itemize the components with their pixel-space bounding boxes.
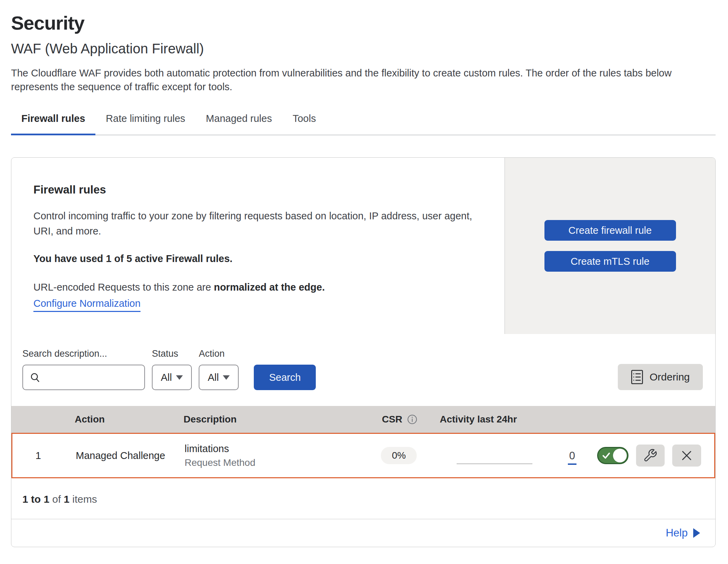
search-button[interactable]: Search [254, 365, 316, 390]
action-filter-group: Action All [199, 348, 239, 390]
pagination-total: 1 [64, 493, 70, 505]
help-link[interactable]: Help [666, 527, 701, 539]
rule-enabled-toggle[interactable] [597, 447, 628, 464]
card-footer: Help [11, 519, 715, 547]
check-icon [602, 451, 611, 460]
csr-badge: 0% [381, 447, 417, 464]
rule-priority: 1 [12, 450, 64, 461]
tab-managed-rules[interactable]: Managed rules [196, 109, 282, 135]
pagination-range: 1 to 1 [22, 493, 49, 505]
page-title: Security [11, 12, 716, 34]
rule-activity-cell: 0 [439, 434, 597, 477]
ordering-button[interactable]: Ordering [618, 364, 703, 390]
security-waf-page: Security WAF (Web Application Firewall) … [0, 0, 728, 564]
rule-csr-cell: 0% [373, 447, 439, 464]
status-filter-select[interactable]: All [152, 365, 192, 390]
firewall-rules-info-section: Firewall rules Control incoming traffic … [11, 158, 715, 334]
help-link-label: Help [666, 527, 688, 539]
section-description: Control incoming traffic to your zone by… [33, 209, 478, 239]
activity-count-link[interactable]: 0 [568, 450, 576, 465]
page-description: The Cloudflare WAF provides both automat… [11, 66, 707, 94]
triangle-right-icon [693, 528, 701, 538]
header-activity: Activity last 24hr [440, 414, 598, 425]
x-icon [680, 449, 694, 462]
waf-tab-bar: Firewall rules Rate limiting rules Manag… [11, 109, 716, 135]
normalization-note-text: URL-encoded Requests to this zone are [33, 282, 214, 293]
chevron-down-icon [176, 375, 183, 380]
list-icon [631, 370, 643, 384]
configure-normalization-link[interactable]: Configure Normalization [33, 298, 141, 312]
status-filter-value: All [161, 372, 172, 383]
pagination-summary: 1 to 1 of 1 items [11, 478, 715, 519]
header-csr-label: CSR [382, 414, 402, 425]
tab-label: Tools [293, 113, 316, 124]
action-filter-select[interactable]: All [199, 365, 239, 390]
firewall-rules-card: Firewall rules Control incoming traffic … [11, 157, 716, 547]
search-input-box[interactable] [22, 365, 145, 390]
page-subtitle: WAF (Web Application Firewall) [11, 41, 716, 56]
pagination-of: of [52, 493, 61, 505]
edit-rule-button[interactable] [636, 445, 665, 467]
search-input[interactable] [45, 372, 138, 383]
rules-table-header: Action Description CSR Activity last 24h… [11, 406, 715, 433]
header-description: Description [177, 414, 374, 425]
rule-description: limitations [185, 443, 373, 455]
ordering-button-label: Ordering [649, 371, 690, 383]
action-filter-label: Action [199, 348, 239, 359]
activity-sparkline [457, 463, 532, 464]
section-heading: Firewall rules [33, 183, 484, 196]
firewall-rules-info: Firewall rules Control incoming traffic … [11, 158, 505, 334]
search-description-label: Search description... [22, 348, 145, 359]
tab-label: Managed rules [206, 113, 272, 124]
tab-label: Rate limiting rules [106, 113, 185, 124]
tab-tools[interactable]: Tools [282, 109, 326, 135]
magnifier-icon [29, 372, 41, 383]
normalization-note: URL-encoded Requests to this zone are no… [33, 282, 484, 293]
rule-expression: Request Method [185, 457, 373, 468]
rule-description-cell: limitations Request Method [178, 443, 373, 468]
action-filter-value: All [208, 372, 219, 383]
create-firewall-rule-button[interactable]: Create firewall rule [544, 220, 676, 241]
normalization-note-bold: normalized at the edge. [214, 282, 325, 293]
tab-label: Firewall rules [21, 113, 85, 124]
header-action: Action [63, 414, 177, 425]
delete-rule-button[interactable] [672, 445, 701, 467]
rule-action: Managed Challenge [64, 450, 178, 461]
header-csr: CSR [374, 414, 440, 425]
status-filter-label: Status [152, 348, 192, 359]
info-circle-icon[interactable] [407, 414, 417, 425]
create-mtls-rule-button[interactable]: Create mTLS rule [544, 251, 676, 272]
chevron-down-icon [223, 375, 230, 380]
rule-controls [597, 445, 714, 467]
pagination-items: items [72, 493, 97, 505]
tab-rate-limiting-rules[interactable]: Rate limiting rules [95, 109, 195, 135]
firewall-rule-row[interactable]: 1 Managed Challenge limitations Request … [11, 433, 715, 478]
toggle-knob [613, 449, 627, 462]
search-description-group: Search description... [22, 348, 145, 390]
filter-toolbar: Search description... Status All [11, 334, 715, 406]
create-rule-panel: Create firewall rule Create mTLS rule [505, 158, 715, 334]
usage-counter: You have used 1 of 5 active Firewall rul… [33, 253, 484, 264]
wrench-icon [643, 448, 657, 463]
status-filter-group: Status All [152, 348, 192, 390]
tab-firewall-rules[interactable]: Firewall rules [11, 109, 95, 135]
